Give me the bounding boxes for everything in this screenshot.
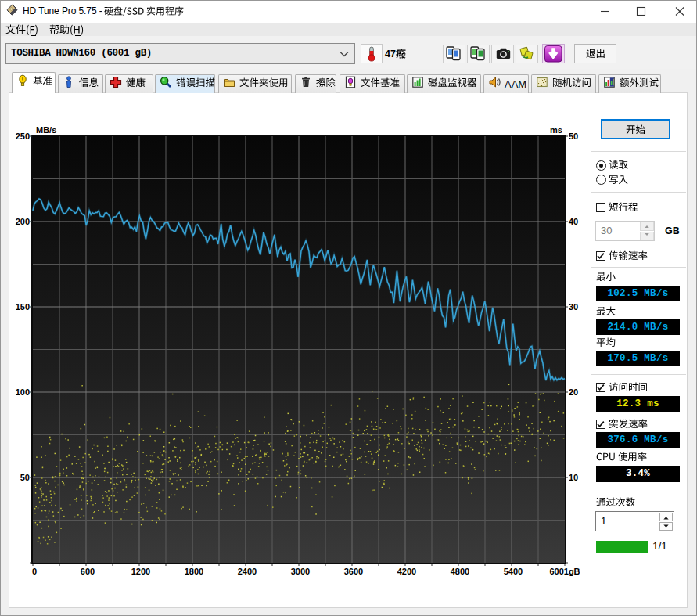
svg-text:3600: 3600 bbox=[344, 567, 363, 576]
svg-text:1200: 1200 bbox=[131, 567, 150, 576]
svg-text:1800: 1800 bbox=[185, 567, 203, 576]
svg-text:50: 50 bbox=[569, 131, 578, 141]
svg-text:5400: 5400 bbox=[504, 567, 523, 576]
svg-text:4200: 4200 bbox=[397, 567, 416, 576]
svg-text:100: 100 bbox=[16, 387, 30, 397]
svg-text:20: 20 bbox=[569, 387, 578, 397]
svg-text:600: 600 bbox=[81, 567, 95, 576]
svg-text:30: 30 bbox=[569, 302, 578, 312]
svg-text:MB/s: MB/s bbox=[36, 125, 56, 135]
svg-text:40: 40 bbox=[569, 217, 578, 226]
svg-text:200: 200 bbox=[16, 217, 30, 226]
svg-text:ms: ms bbox=[550, 125, 562, 135]
svg-text:0: 0 bbox=[32, 567, 37, 576]
svg-text:4800: 4800 bbox=[451, 567, 469, 576]
svg-text:150: 150 bbox=[16, 302, 30, 312]
svg-text:50: 50 bbox=[20, 473, 30, 482]
svg-text:250: 250 bbox=[16, 131, 30, 141]
svg-text:3000: 3000 bbox=[291, 567, 310, 576]
svg-text:2400: 2400 bbox=[238, 567, 257, 576]
svg-text:6001gB: 6001gB bbox=[549, 567, 580, 576]
svg-text:10: 10 bbox=[569, 473, 578, 482]
